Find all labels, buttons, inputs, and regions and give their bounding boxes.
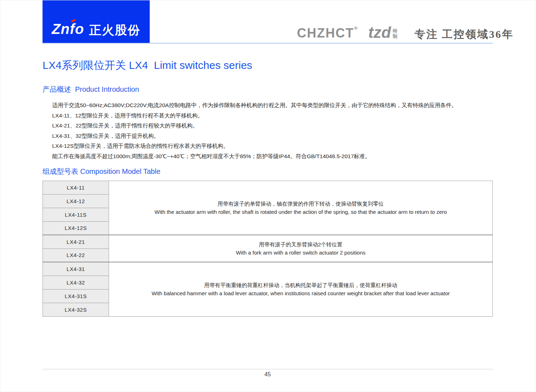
page-content: LX4系列限位开关 LX4 Limit switches series 产品概述… [43, 0, 493, 317]
model-cell: LX4-22 [43, 248, 109, 262]
description-chinese: 用带有平衡重锤的荷重杠杆操动，当机构托架举起了平衡重锤后，使荷重杠杆操动 [123, 281, 478, 289]
section-heading-composition-model-table: 组成型号表 Composition Model Table [43, 167, 493, 175]
description-english: With balanced hammer with a load lever a… [123, 289, 478, 297]
model-cell: LX4-21 [43, 235, 109, 248]
intro-line: LX4-21、22型限位开关，适用于惰性行程较大的平移机构。 [43, 121, 493, 131]
table-row: LX4-21 用带有滚子的叉形臂操动2个转位置 With a fork arm … [43, 235, 493, 248]
intro-line: LX4-12S型限位开关，适用于需防水场合的惰性行程水甚大的平移机构。 [43, 141, 493, 151]
model-cell: LX4-32 [43, 276, 109, 289]
catalog-page: Znfo 正火股份 CHZHCT® tzd 特 制 专注 工控领域36年 LX4… [0, 0, 536, 392]
description-chinese: 用带有滚子的单臂操动，轴在弹簧的作用下转动，使操动臂恢复到零位 [123, 200, 478, 208]
description-chinese: 用带有滚子的叉形臂操动2个转位置 [123, 240, 478, 248]
page-number: 45 [43, 371, 493, 378]
model-cell: LX4-31S [43, 289, 109, 303]
table-row: LX4-31 用带有平衡重锤的荷重杠杆操动，当机构托架举起了平衡重锤后，使荷重杠… [43, 262, 493, 276]
intro-line: LX4-11、12型限位开关，适用于惰性行程不甚大的平移机构。 [43, 111, 493, 121]
description-english: With the actuator arm with roller, the s… [123, 208, 478, 216]
page-title: LX4系列限位开关 LX4 Limit switches series [43, 0, 493, 71]
model-cell: LX4-12 [43, 194, 109, 208]
footer-divider [43, 369, 493, 370]
model-cell: LX4-11S [43, 208, 109, 221]
table-row: LX4-11 用带有滚子的单臂操动，轴在弹簧的作用下转动，使操动臂恢复到零位 W… [43, 181, 493, 194]
product-introduction-body: 适用于交流50~60Hz;AC380V;DC220V;电流20A控制电路中，作为… [43, 100, 493, 162]
section-heading-product-introduction: 产品概述 Product Introduction [43, 85, 493, 93]
model-cell: LX4-32S [43, 303, 109, 316]
model-cell: LX4-12S [43, 221, 109, 235]
intro-line: 适用于交流50~60Hz;AC380V;DC220V;电流20A控制电路中，作为… [43, 100, 493, 111]
description-cell: 用带有滚子的单臂操动，轴在弹簧的作用下转动，使操动臂恢复到零位 With the… [109, 181, 493, 235]
description-cell: 用带有滚子的叉形臂操动2个转位置 With a fork arm with a … [109, 235, 493, 262]
composition-model-table: LX4-11 用带有滚子的单臂操动，轴在弹簧的作用下转动，使操动臂恢复到零位 W… [43, 181, 493, 317]
intro-line: LX4-31、32型限位开关，适用于提升机构。 [43, 131, 493, 141]
description-cell: 用带有平衡重锤的荷重杠杆操动，当机构托架举起了平衡重锤后，使荷重杠杆操动 Wit… [109, 262, 493, 316]
description-english: With a fork arm with a roller switch act… [123, 248, 478, 257]
model-cell: LX4-31 [43, 262, 109, 276]
intro-line: 能工作在海拔高度不超过1000m;周围温度-30℃~+40℃；空气相对湿度不大于… [43, 151, 493, 162]
model-cell: LX4-11 [43, 181, 109, 194]
